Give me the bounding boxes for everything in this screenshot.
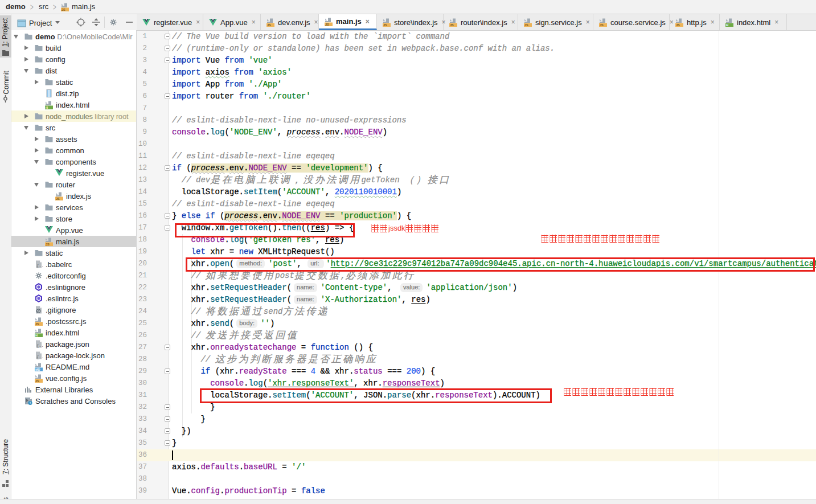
svg-text:{..}: {..} xyxy=(36,355,43,359)
svg-text:JS: JS xyxy=(61,8,65,11)
svg-text:JS: JS xyxy=(267,23,271,27)
svg-text:{..}: {..} xyxy=(36,264,43,268)
svg-text:JS: JS xyxy=(35,322,39,326)
svg-text:JS: JS xyxy=(383,23,387,27)
svg-text:JS: JS xyxy=(325,23,329,26)
svg-text:JS: JS xyxy=(600,23,604,27)
svg-text:JS: JS xyxy=(524,23,528,27)
svg-text:H: H xyxy=(46,106,48,109)
svg-text:JS: JS xyxy=(56,197,60,200)
svg-text:JS: JS xyxy=(676,23,680,27)
svg-text:H: H xyxy=(35,334,38,337)
svg-text:JS: JS xyxy=(46,243,50,246)
svg-text:JS: JS xyxy=(450,23,454,27)
svg-text:H: H xyxy=(726,23,728,27)
svg-text:MD: MD xyxy=(35,368,40,371)
svg-text:JS: JS xyxy=(35,379,39,383)
svg-text:{..}: {..} xyxy=(36,343,43,348)
